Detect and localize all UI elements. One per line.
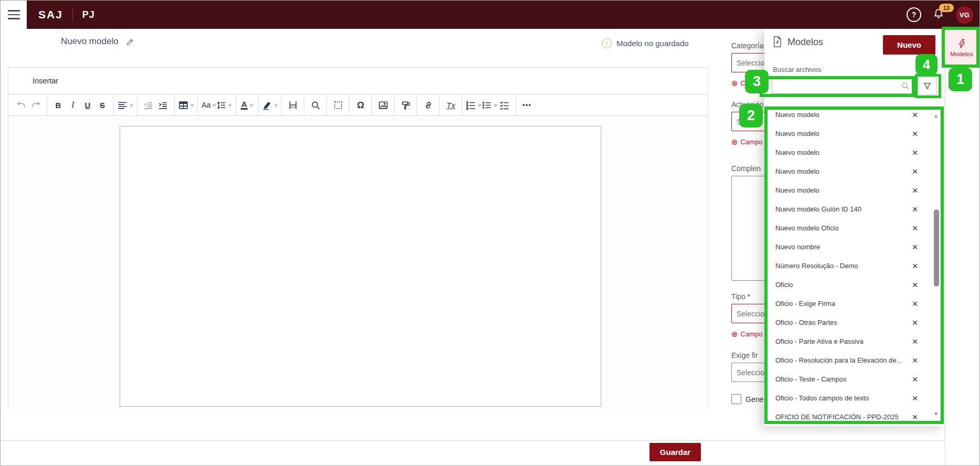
- redo-icon[interactable]: [28, 97, 43, 113]
- close-icon[interactable]: ×: [909, 299, 921, 309]
- brand-logo: SAJ PJ: [38, 1, 95, 29]
- select-icon[interactable]: [331, 97, 345, 113]
- model-name: Nuevo nombre: [775, 243, 909, 251]
- model-list-item[interactable]: Nuevo modelo×: [764, 124, 945, 143]
- model-list-item[interactable]: Oficio - Otras Partes×: [764, 313, 945, 332]
- bullet-list-icon[interactable]: ∨: [482, 97, 497, 113]
- model-name: OFICIO DE NOTIFICACIÓN - PPD-2025: [775, 413, 909, 421]
- model-list-item[interactable]: Nuevo modelo×: [764, 162, 945, 181]
- model-list-item[interactable]: Oficio - Teste - Campos×: [764, 369, 945, 388]
- close-icon[interactable]: ×: [909, 147, 921, 157]
- hamburger-menu-button[interactable]: [1, 1, 27, 29]
- model-list-item[interactable]: Oficio - Parte Ativa e Passiva×: [764, 332, 945, 351]
- menu-icon: [8, 10, 20, 19]
- app-window: SAJ PJ ? 13 VG Nuevo modelo !: [0, 0, 980, 466]
- model-name: Nuevo modelo Guión ID 140: [775, 205, 909, 213]
- models-side-tab[interactable]: Modelos: [944, 30, 979, 66]
- lightning-icon: [957, 39, 966, 49]
- field-label-exige-firma: Exige fir: [731, 351, 758, 359]
- image-icon[interactable]: [376, 97, 390, 113]
- toolbar-separator: [113, 94, 114, 115]
- toolbar-separator: [197, 94, 198, 115]
- format-painter-icon[interactable]: [398, 97, 413, 113]
- table-icon[interactable]: ∨: [178, 97, 194, 113]
- edit-title-button[interactable]: [126, 37, 135, 46]
- generar-checkbox[interactable]: [731, 394, 741, 404]
- model-list-item[interactable]: Nuevo modelo×: [764, 181, 945, 199]
- notifications-button[interactable]: 13: [933, 8, 944, 22]
- model-name: Nuevo modelo: [775, 111, 909, 119]
- error-circle-icon: ⊗: [731, 79, 738, 87]
- check-list-icon[interactable]: [497, 97, 512, 113]
- model-list-item[interactable]: OFICIO DE NOTIFICACIÓN - PPD-2025×: [764, 407, 945, 426]
- model-name: Oficio - Parte Ativa e Passiva: [775, 337, 909, 345]
- tab-insertar[interactable]: Insertar: [33, 77, 58, 85]
- top-bar: SAJ PJ ? 13 VG: [1, 1, 980, 29]
- model-list-item[interactable]: Nuevo nombre×: [764, 237, 945, 256]
- omega-icon[interactable]: Ω: [353, 97, 368, 113]
- numbered-list-icon[interactable]: 123∨: [466, 97, 482, 113]
- avatar[interactable]: VG: [956, 6, 973, 24]
- model-name: Nuevo modelo: [775, 186, 909, 194]
- highlight-icon[interactable]: ∨: [262, 97, 278, 113]
- help-icon[interactable]: ?: [907, 7, 921, 22]
- scroll-up-arrow[interactable]: ▲: [933, 113, 939, 119]
- scrollbar-thumb[interactable]: [934, 209, 939, 287]
- line-spacing-icon[interactable]: ∨: [216, 97, 232, 113]
- field-label-complemento: Complen: [731, 164, 761, 173]
- outdent-icon[interactable]: [141, 97, 156, 113]
- field-label-actuacion: Actuación: [731, 100, 763, 109]
- field-label-categoria: Categoría: [731, 41, 763, 50]
- close-icon[interactable]: ×: [909, 393, 921, 403]
- close-icon[interactable]: ×: [909, 336, 921, 346]
- close-icon[interactable]: ×: [909, 261, 921, 271]
- save-button[interactable]: Guardar: [649, 443, 701, 461]
- model-list-item[interactable]: Número Resolução - Demo×: [764, 256, 945, 275]
- close-icon[interactable]: ×: [909, 412, 921, 422]
- editor-card: Insertar BIUS∨∨Aa∨∨A∨∨ΩTx123∨∨•••: [8, 67, 709, 409]
- new-model-button[interactable]: Nuevo: [883, 35, 935, 55]
- model-name: Oficio: [775, 281, 909, 289]
- close-icon[interactable]: ×: [909, 317, 921, 327]
- font-color-icon[interactable]: A∨: [240, 97, 254, 113]
- search-icon[interactable]: [308, 97, 323, 113]
- underline-icon[interactable]: U: [80, 97, 95, 113]
- link-icon[interactable]: [421, 97, 435, 113]
- align-icon[interactable]: ∨: [118, 97, 133, 113]
- close-icon[interactable]: ×: [909, 280, 921, 290]
- more-icon[interactable]: •••: [520, 97, 535, 113]
- indent-icon[interactable]: [156, 97, 171, 113]
- document-page[interactable]: [120, 126, 601, 407]
- model-list-item[interactable]: Nuevo modelo Oficio×: [764, 218, 945, 237]
- models-panel-header: Modelos Nuevo: [764, 29, 945, 60]
- close-icon[interactable]: ×: [909, 242, 921, 252]
- model-list-item[interactable]: Nuevo modelo Guión ID 140×: [764, 199, 945, 218]
- close-icon[interactable]: ×: [909, 166, 921, 176]
- model-list-item[interactable]: Oficio×: [764, 275, 945, 294]
- editor-canvas: [8, 116, 708, 409]
- ruler-icon[interactable]: [285, 97, 300, 113]
- close-icon[interactable]: ×: [909, 355, 921, 365]
- model-list-item[interactable]: Nuevo modelo×: [764, 143, 945, 162]
- strike-icon[interactable]: S: [95, 97, 110, 113]
- close-icon[interactable]: ×: [909, 110, 921, 120]
- model-list-item[interactable]: Nuevo modelo×: [764, 105, 945, 124]
- model-name: Nuevo modelo Oficio: [775, 224, 909, 232]
- close-icon[interactable]: ×: [909, 204, 921, 214]
- model-list-item[interactable]: Oficio - Exige Firma×: [764, 294, 945, 313]
- toolbar-separator: [326, 94, 327, 115]
- italic-icon[interactable]: I: [66, 97, 80, 113]
- close-icon[interactable]: ×: [909, 185, 921, 195]
- clear-format-icon[interactable]: Tx: [443, 97, 458, 113]
- bold-icon[interactable]: B: [51, 97, 66, 113]
- search-input[interactable]: [772, 78, 901, 93]
- filter-button[interactable]: [918, 77, 937, 95]
- close-icon[interactable]: ×: [909, 223, 921, 233]
- font-icon[interactable]: Aa∨: [201, 97, 216, 113]
- undo-icon[interactable]: [14, 97, 28, 113]
- close-icon[interactable]: ×: [909, 374, 921, 384]
- scroll-down-arrow[interactable]: ▼: [933, 411, 939, 417]
- close-icon[interactable]: ×: [909, 129, 921, 139]
- model-list-item[interactable]: Oficio - Todos campos de texto×: [764, 388, 945, 407]
- model-list-item[interactable]: Oficio - Resolución para la Elevación de…: [764, 351, 945, 369]
